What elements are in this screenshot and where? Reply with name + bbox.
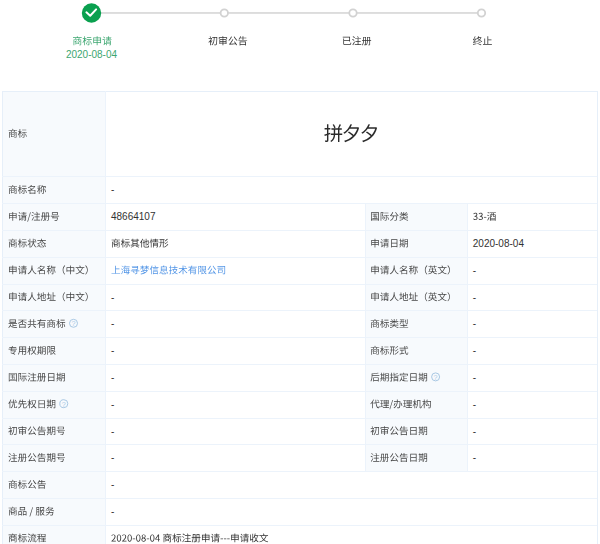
svg-text:-: - xyxy=(473,399,476,410)
svg-text:-: - xyxy=(473,265,476,276)
svg-text:-: - xyxy=(473,292,476,303)
svg-text:-: - xyxy=(111,479,114,490)
svg-text:-: - xyxy=(111,426,114,437)
svg-text:2020-08-04: 2020-08-04 xyxy=(66,49,118,60)
svg-text:-: - xyxy=(473,345,476,356)
svg-text:-: - xyxy=(473,452,476,463)
svg-text:-: - xyxy=(111,506,114,517)
svg-text:-: - xyxy=(111,345,114,356)
svg-text:?: ? xyxy=(62,400,66,409)
svg-text:-: - xyxy=(473,372,476,383)
svg-text:?: ? xyxy=(434,373,438,382)
svg-text:-: - xyxy=(111,318,114,329)
svg-text:?: ? xyxy=(72,319,76,328)
svg-text:-: - xyxy=(111,292,114,303)
svg-text:48664107: 48664107 xyxy=(111,211,156,222)
svg-text:-: - xyxy=(473,426,476,437)
svg-text:-: - xyxy=(111,184,114,195)
svg-text:2020-08-04: 2020-08-04 xyxy=(473,238,525,249)
svg-text:-: - xyxy=(111,399,114,410)
svg-text:-: - xyxy=(111,372,114,383)
svg-text:-: - xyxy=(473,318,476,329)
svg-text:-: - xyxy=(111,452,114,463)
